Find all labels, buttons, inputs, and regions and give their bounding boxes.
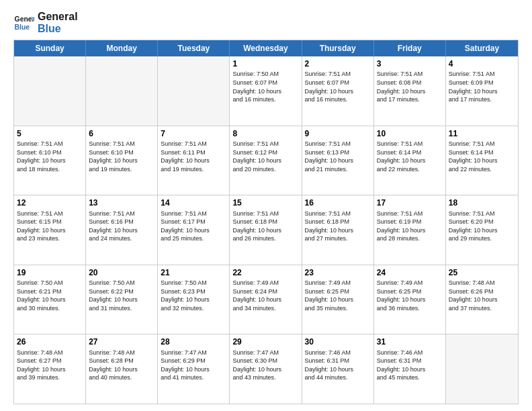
day-number: 10 bbox=[377, 128, 443, 139]
day-number: 11 bbox=[449, 128, 515, 139]
day-info: Sunrise: 7:51 AMSunset: 6:13 PMDaylight:… bbox=[305, 140, 371, 173]
day-cell-1: 1Sunrise: 7:50 AMSunset: 6:07 PMDaylight… bbox=[230, 56, 302, 126]
day-cell-19: 19Sunrise: 7:50 AMSunset: 6:21 PMDayligh… bbox=[14, 265, 86, 334]
day-cell-27: 27Sunrise: 7:48 AMSunset: 6:28 PMDayligh… bbox=[86, 334, 158, 404]
day-info: Sunrise: 7:50 AMSunset: 6:22 PMDaylight:… bbox=[89, 279, 154, 312]
day-info: Sunrise: 7:51 AMSunset: 6:10 PMDaylight:… bbox=[17, 140, 83, 173]
header-day-saturday: Saturday bbox=[446, 40, 518, 56]
day-cell-29: 29Sunrise: 7:47 AMSunset: 6:30 PMDayligh… bbox=[230, 334, 302, 404]
day-info: Sunrise: 7:51 AMSunset: 6:10 PMDaylight:… bbox=[89, 140, 154, 173]
day-number: 31 bbox=[377, 336, 443, 347]
day-info: Sunrise: 7:48 AMSunset: 6:26 PMDaylight:… bbox=[449, 279, 515, 312]
logo-blue: Blue bbox=[38, 23, 78, 35]
week-row-2: 5Sunrise: 7:51 AMSunset: 6:10 PMDaylight… bbox=[14, 126, 518, 196]
day-info: Sunrise: 7:51 AMSunset: 6:18 PMDaylight:… bbox=[232, 210, 298, 243]
day-number: 25 bbox=[449, 267, 515, 278]
day-cell-12: 12Sunrise: 7:51 AMSunset: 6:15 PMDayligh… bbox=[14, 195, 86, 265]
day-number: 13 bbox=[89, 197, 154, 208]
day-number: 12 bbox=[17, 197, 83, 208]
day-cell-14: 14Sunrise: 7:51 AMSunset: 6:17 PMDayligh… bbox=[158, 195, 230, 265]
day-number: 22 bbox=[232, 267, 298, 278]
day-cell-26: 26Sunrise: 7:48 AMSunset: 6:27 PMDayligh… bbox=[14, 334, 86, 404]
day-cell-7: 7Sunrise: 7:51 AMSunset: 6:11 PMDaylight… bbox=[158, 126, 230, 195]
day-cell-8: 8Sunrise: 7:51 AMSunset: 6:12 PMDaylight… bbox=[230, 126, 302, 195]
day-info: Sunrise: 7:49 AMSunset: 6:25 PMDaylight:… bbox=[305, 279, 371, 312]
day-number: 8 bbox=[232, 128, 298, 139]
day-number: 6 bbox=[89, 128, 154, 139]
day-cell-6: 6Sunrise: 7:51 AMSunset: 6:10 PMDaylight… bbox=[86, 126, 158, 195]
day-info: Sunrise: 7:49 AMSunset: 6:25 PMDaylight:… bbox=[377, 279, 443, 312]
day-number: 16 bbox=[305, 197, 371, 208]
day-info: Sunrise: 7:46 AMSunset: 6:31 PMDaylight:… bbox=[305, 349, 371, 382]
empty-cell bbox=[14, 56, 86, 126]
week-row-5: 26Sunrise: 7:48 AMSunset: 6:27 PMDayligh… bbox=[14, 334, 518, 404]
day-cell-31: 31Sunrise: 7:46 AMSunset: 6:31 PMDayligh… bbox=[374, 334, 446, 404]
day-cell-13: 13Sunrise: 7:51 AMSunset: 6:16 PMDayligh… bbox=[86, 195, 158, 265]
calendar-body: 1Sunrise: 7:50 AMSunset: 6:07 PMDaylight… bbox=[14, 56, 518, 404]
day-number: 30 bbox=[305, 336, 371, 347]
day-number: 21 bbox=[161, 267, 226, 278]
day-info: Sunrise: 7:48 AMSunset: 6:27 PMDaylight:… bbox=[17, 349, 83, 382]
day-number: 28 bbox=[161, 336, 226, 347]
header-day-friday: Friday bbox=[374, 40, 446, 56]
day-info: Sunrise: 7:51 AMSunset: 6:09 PMDaylight:… bbox=[449, 70, 515, 103]
day-cell-20: 20Sunrise: 7:50 AMSunset: 6:22 PMDayligh… bbox=[86, 265, 158, 334]
logo-general: General bbox=[38, 11, 78, 23]
header-day-thursday: Thursday bbox=[302, 40, 374, 56]
day-info: Sunrise: 7:51 AMSunset: 6:14 PMDaylight:… bbox=[449, 140, 515, 173]
day-info: Sunrise: 7:47 AMSunset: 6:30 PMDaylight:… bbox=[232, 349, 298, 382]
day-info: Sunrise: 7:51 AMSunset: 6:07 PMDaylight:… bbox=[305, 70, 371, 103]
day-info: Sunrise: 7:50 AMSunset: 6:21 PMDaylight:… bbox=[17, 279, 83, 312]
day-cell-21: 21Sunrise: 7:50 AMSunset: 6:23 PMDayligh… bbox=[158, 265, 230, 334]
day-cell-30: 30Sunrise: 7:46 AMSunset: 6:31 PMDayligh… bbox=[302, 334, 374, 404]
day-number: 29 bbox=[232, 336, 298, 347]
day-cell-2: 2Sunrise: 7:51 AMSunset: 6:07 PMDaylight… bbox=[302, 56, 374, 126]
day-number: 15 bbox=[232, 197, 298, 208]
day-number: 2 bbox=[305, 58, 371, 69]
day-number: 20 bbox=[89, 267, 154, 278]
logo: General Blue General Blue bbox=[13, 11, 78, 34]
empty-cell bbox=[446, 334, 518, 404]
day-number: 27 bbox=[89, 336, 154, 347]
week-row-3: 12Sunrise: 7:51 AMSunset: 6:15 PMDayligh… bbox=[14, 195, 518, 265]
day-number: 26 bbox=[17, 336, 83, 347]
day-cell-25: 25Sunrise: 7:48 AMSunset: 6:26 PMDayligh… bbox=[446, 265, 518, 334]
svg-text:Blue: Blue bbox=[15, 23, 30, 30]
day-cell-16: 16Sunrise: 7:51 AMSunset: 6:18 PMDayligh… bbox=[302, 195, 374, 265]
day-info: Sunrise: 7:51 AMSunset: 6:20 PMDaylight:… bbox=[449, 210, 515, 243]
week-row-1: 1Sunrise: 7:50 AMSunset: 6:07 PMDaylight… bbox=[14, 56, 518, 126]
day-number: 18 bbox=[449, 197, 515, 208]
header-day-sunday: Sunday bbox=[14, 40, 86, 56]
day-number: 3 bbox=[377, 58, 443, 69]
day-info: Sunrise: 7:48 AMSunset: 6:28 PMDaylight:… bbox=[89, 349, 154, 382]
day-number: 14 bbox=[161, 197, 226, 208]
day-cell-3: 3Sunrise: 7:51 AMSunset: 6:08 PMDaylight… bbox=[374, 56, 446, 126]
day-number: 23 bbox=[305, 267, 371, 278]
day-number: 17 bbox=[377, 197, 443, 208]
logo-icon: General Blue bbox=[13, 12, 35, 34]
day-info: Sunrise: 7:51 AMSunset: 6:15 PMDaylight:… bbox=[17, 210, 83, 243]
day-info: Sunrise: 7:51 AMSunset: 6:11 PMDaylight:… bbox=[161, 140, 226, 173]
header-day-wednesday: Wednesday bbox=[230, 40, 302, 56]
day-info: Sunrise: 7:46 AMSunset: 6:31 PMDaylight:… bbox=[377, 349, 443, 382]
day-info: Sunrise: 7:50 AMSunset: 6:07 PMDaylight:… bbox=[232, 70, 298, 103]
day-cell-18: 18Sunrise: 7:51 AMSunset: 6:20 PMDayligh… bbox=[446, 195, 518, 265]
day-info: Sunrise: 7:51 AMSunset: 6:18 PMDaylight:… bbox=[305, 210, 371, 243]
day-info: Sunrise: 7:51 AMSunset: 6:17 PMDaylight:… bbox=[161, 210, 226, 243]
day-info: Sunrise: 7:51 AMSunset: 6:16 PMDaylight:… bbox=[89, 210, 154, 243]
day-info: Sunrise: 7:47 AMSunset: 6:29 PMDaylight:… bbox=[161, 349, 226, 382]
day-info: Sunrise: 7:49 AMSunset: 6:24 PMDaylight:… bbox=[232, 279, 298, 312]
day-cell-15: 15Sunrise: 7:51 AMSunset: 6:18 PMDayligh… bbox=[230, 195, 302, 265]
day-cell-5: 5Sunrise: 7:51 AMSunset: 6:10 PMDaylight… bbox=[14, 126, 86, 195]
day-number: 1 bbox=[232, 58, 298, 69]
calendar: SundayMondayTuesdayWednesdayThursdayFrid… bbox=[13, 40, 519, 404]
header: General Blue General Blue bbox=[13, 11, 519, 34]
day-number: 19 bbox=[17, 267, 83, 278]
day-number: 7 bbox=[161, 128, 226, 139]
day-cell-22: 22Sunrise: 7:49 AMSunset: 6:24 PMDayligh… bbox=[230, 265, 302, 334]
week-row-4: 19Sunrise: 7:50 AMSunset: 6:21 PMDayligh… bbox=[14, 265, 518, 335]
day-number: 4 bbox=[449, 58, 515, 69]
day-number: 24 bbox=[377, 267, 443, 278]
day-info: Sunrise: 7:51 AMSunset: 6:19 PMDaylight:… bbox=[377, 210, 443, 243]
day-info: Sunrise: 7:51 AMSunset: 6:14 PMDaylight:… bbox=[377, 140, 443, 173]
